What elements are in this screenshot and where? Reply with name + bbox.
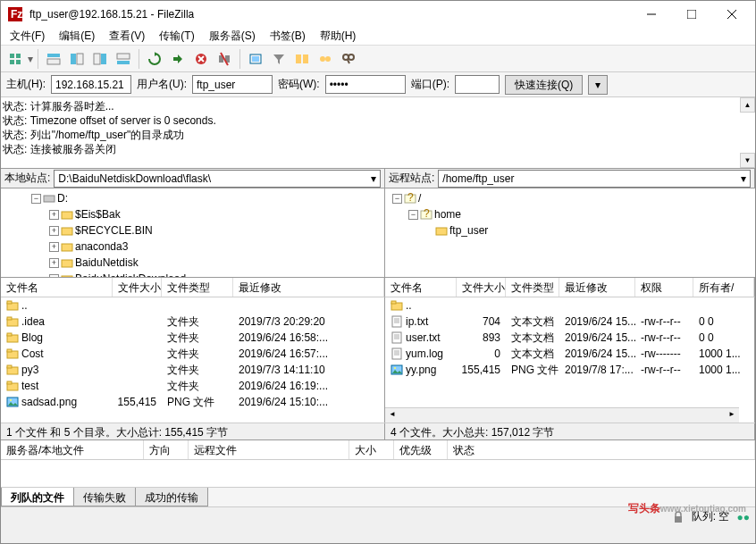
sitemanager-button[interactable]	[4, 48, 26, 70]
expander-icon[interactable]: −	[408, 210, 418, 220]
file-row[interactable]: sadsad.png 155,415 PNG 文件 2019/6/24 15:1…	[1, 394, 384, 410]
col-modified[interactable]: 最近修改	[233, 278, 384, 297]
local-site-label: 本地站点:	[4, 171, 50, 186]
toggle-localtree-button[interactable]	[66, 48, 88, 70]
app-icon: Fz	[8, 7, 22, 21]
expander-icon[interactable]: −	[31, 194, 41, 204]
tab-failed[interactable]: 传输失败	[73, 488, 136, 506]
remote-file-list[interactable]: .. ip.txt 704 文本文档 2019/6/24 15... -rw-r…	[385, 297, 755, 423]
file-row[interactable]: py3 文件夹 2019/7/3 14:11:10	[1, 362, 384, 378]
file-name: .idea	[21, 315, 45, 328]
quickconnect-button[interactable]: 快速连接(Q)	[505, 75, 583, 95]
local-file-list[interactable]: .. .idea 文件夹 2019/7/3 20:29:20 Blog 文件夹 …	[1, 297, 385, 423]
col-type[interactable]: 文件类型	[162, 278, 233, 297]
expander-icon[interactable]: +	[49, 210, 59, 220]
file-icon	[391, 315, 403, 328]
close-button[interactable]	[711, 2, 752, 28]
unknown-folder-icon: ?	[420, 209, 433, 220]
svg-rect-49	[7, 333, 12, 336]
tab-success[interactable]: 成功的传输	[135, 488, 208, 506]
scroll-down-icon[interactable]: ▼	[740, 153, 755, 168]
col-owner[interactable]: 所有者/	[693, 278, 754, 297]
file-row[interactable]: Cost 文件夹 2019/6/24 16:57:...	[1, 346, 384, 362]
file-row[interactable]: ..	[1, 297, 384, 314]
sync-browse-button[interactable]	[315, 48, 336, 70]
menu-transfer[interactable]: 传输(T)	[154, 27, 199, 46]
compare-button[interactable]	[291, 48, 313, 70]
toggle-queue-button[interactable]	[113, 48, 134, 70]
menu-view[interactable]: 查看(V)	[104, 27, 150, 46]
search-button[interactable]	[338, 48, 359, 70]
refresh-button[interactable]	[144, 48, 165, 70]
file-row[interactable]: test 文件夹 2019/6/24 16:19:...	[1, 378, 384, 394]
horizontal-scrollbar[interactable]: ◄►	[385, 407, 739, 423]
menu-help[interactable]: 帮助(H)	[315, 27, 362, 46]
expander-icon[interactable]: −	[392, 194, 402, 204]
password-input[interactable]	[325, 75, 406, 94]
expander-icon[interactable]: +	[49, 226, 59, 236]
host-label: 主机(H):	[6, 77, 46, 92]
file-name: user.txt	[406, 331, 441, 344]
cancel-button[interactable]	[190, 48, 212, 70]
file-type: 文本文档	[506, 314, 559, 330]
qcol-size[interactable]: 大小	[349, 440, 394, 459]
menu-bookmark[interactable]: 书签(B)	[265, 27, 311, 46]
menu-file[interactable]: 文件(F)	[4, 27, 50, 46]
file-row[interactable]: yum.log 0 文本文档 2019/6/24 15... -rw------…	[385, 346, 754, 362]
quickconnect-dropdown[interactable]: ▾	[588, 75, 608, 95]
process-queue-button[interactable]	[167, 48, 189, 70]
host-input[interactable]	[51, 75, 131, 94]
message-log[interactable]: 状态: 计算服务器时差... 状态: Timezone offset of se…	[1, 97, 755, 169]
username-input[interactable]	[192, 75, 273, 94]
col-name[interactable]: 文件名	[1, 278, 113, 297]
qcol-priority[interactable]: 优先级	[394, 440, 448, 459]
maximize-button[interactable]	[671, 2, 711, 28]
svg-text:?: ?	[407, 193, 414, 204]
window-title: ftp_user@192.168.15.21 - FileZilla	[26, 8, 631, 21]
file-row[interactable]: Blog 文件夹 2019/6/24 16:58:...	[1, 330, 384, 346]
remote-site-combo[interactable]: /home/ftp_user▾	[438, 170, 751, 188]
port-input[interactable]	[455, 75, 500, 94]
expander-icon[interactable]: −	[49, 274, 59, 278]
menu-edit[interactable]: 编辑(E)	[54, 27, 100, 46]
qcol-status[interactable]: 状态	[448, 440, 755, 459]
col-modified[interactable]: 最近修改	[559, 278, 635, 297]
qcol-remote[interactable]: 远程文件	[189, 440, 349, 459]
svg-rect-15	[101, 54, 106, 64]
log-line: 状态: Timezone offset of server is 0 secon…	[3, 113, 753, 128]
qcol-server[interactable]: 服务器/本地文件	[1, 440, 144, 459]
file-modified: 2019/6/24 16:58:...	[233, 331, 384, 344]
file-size: 155,415	[457, 364, 506, 376]
file-owner: 1000 1...	[693, 364, 754, 376]
toggle-log-button[interactable]	[43, 48, 64, 70]
scroll-up-icon[interactable]: ▲	[740, 97, 755, 113]
remote-tree[interactable]: −?/ −?home ftp_user	[385, 188, 755, 277]
col-name[interactable]: 文件名	[385, 278, 457, 297]
expander-icon[interactable]: +	[49, 242, 59, 252]
reconnect-button[interactable]	[245, 48, 266, 70]
col-type[interactable]: 文件类型	[506, 278, 559, 297]
toggle-remotetree-button[interactable]	[89, 48, 111, 70]
file-perm: -rw-r--r--	[635, 364, 693, 376]
menu-server[interactable]: 服务器(S)	[204, 27, 261, 46]
file-row[interactable]: .idea 文件夹 2019/7/3 20:29:20	[1, 314, 384, 330]
col-perm[interactable]: 权限	[635, 278, 693, 297]
file-row[interactable]: yy.png 155,415 PNG 文件 2019/7/8 17:... -r…	[385, 362, 754, 378]
filter-button[interactable]	[268, 48, 290, 70]
folder-icon	[6, 315, 19, 328]
minimize-button[interactable]	[631, 2, 671, 28]
local-site-combo[interactable]: D:\BaiduNetdiskDownload\flask\▾	[54, 170, 381, 188]
local-tree[interactable]: −D: +$Eis$Bak +$RECYCLE.BIN +anaconda3 +…	[1, 188, 385, 277]
chevron-down-icon: ▾	[741, 172, 746, 185]
disconnect-button[interactable]	[214, 48, 235, 70]
col-size[interactable]: 文件大小	[113, 278, 162, 297]
svg-rect-74	[675, 516, 682, 523]
file-row[interactable]: ip.txt 704 文本文档 2019/6/24 15... -rw-r--r…	[385, 314, 754, 330]
qcol-direction[interactable]: 方向	[144, 440, 189, 459]
file-row[interactable]: ..	[385, 297, 754, 314]
col-size[interactable]: 文件大小	[457, 278, 506, 297]
queue-list[interactable]	[1, 460, 755, 487]
file-row[interactable]: user.txt 893 文本文档 2019/6/24 15... -rw-r-…	[385, 330, 754, 346]
tab-queued[interactable]: 列队的文件	[1, 488, 74, 506]
expander-icon[interactable]: +	[49, 258, 59, 268]
